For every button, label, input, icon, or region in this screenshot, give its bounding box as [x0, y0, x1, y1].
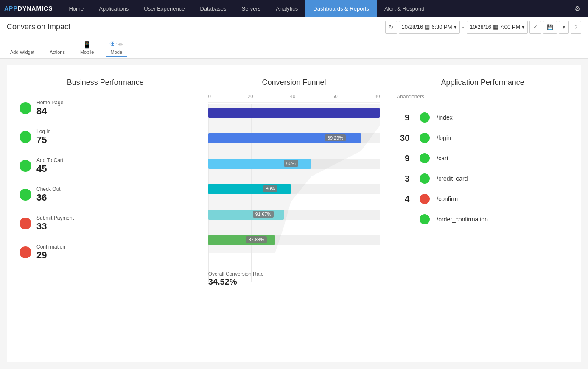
- dropdown-button[interactable]: ▾: [559, 21, 569, 34]
- abandoners-index: 9: [397, 113, 409, 123]
- abandoners-header-label: Abandoners: [397, 94, 424, 100]
- plus-icon: +: [20, 41, 24, 49]
- mode-label: Mode: [111, 50, 123, 55]
- start-date-text: 10/28/16: [402, 24, 423, 30]
- status-dot-green-cart: [20, 160, 31, 172]
- nav-user-experience[interactable]: User Experience: [136, 0, 192, 17]
- ap-name-credit: /credit_card: [437, 175, 468, 182]
- funnel-row-cart: 60%: [208, 159, 380, 169]
- bp-value-login: 75: [36, 134, 50, 145]
- ap-row-cart: 9 /cart: [397, 153, 568, 163]
- nav-servers[interactable]: Servers: [234, 0, 269, 17]
- start-time-text: 6:30 PM: [431, 24, 452, 30]
- bp-label-homepage: Home Page: [36, 100, 63, 106]
- ap-row-index: 9 /index: [397, 112, 568, 123]
- date-separator: -: [462, 24, 465, 31]
- time-dropdown-icon: ▾: [454, 24, 457, 30]
- actions-button[interactable]: ··· Actions: [46, 39, 68, 56]
- mobile-label: Mobile: [80, 50, 94, 55]
- ap-row-confirm: 4 /confirm: [397, 194, 568, 204]
- mode-button[interactable]: 👁 ✏ Mode: [106, 38, 127, 57]
- bar-checkout-bg: 80%: [208, 184, 380, 194]
- bp-info-cart: Add To Cart 45: [36, 157, 63, 174]
- abandoners-confirm: 4: [397, 194, 409, 204]
- status-dot-confirm: [420, 194, 430, 204]
- axis-40: 40: [290, 94, 295, 99]
- bp-label-checkout: Check Out: [36, 186, 61, 192]
- add-widget-button[interactable]: + Add Widget: [7, 39, 38, 56]
- bp-value-homepage: 84: [36, 106, 63, 117]
- nav-items: Home Applications User Experience Databa…: [61, 0, 571, 17]
- pct-badge-payment: 91.67%: [253, 211, 274, 218]
- nav-home[interactable]: Home: [61, 0, 91, 17]
- bp-value-checkout: 36: [36, 192, 61, 203]
- business-performance-title: Business Performance: [20, 78, 191, 87]
- status-dot-red-payment: [20, 218, 31, 229]
- bp-label-cart: Add To Cart: [36, 157, 63, 163]
- pct-badge-checkout: 80%: [263, 185, 277, 192]
- bar-login-bg: 89.29%: [208, 133, 380, 143]
- conversion-funnel-title: Conversion Funnel: [208, 78, 380, 87]
- nav-alert-respond[interactable]: Alert & Respond: [377, 0, 432, 17]
- settings-icon[interactable]: ⚙: [571, 2, 584, 15]
- gridline-100: [380, 104, 380, 282]
- ap-name-order: /order_confirmation: [437, 216, 488, 223]
- app-performance-title: Application Performance: [397, 78, 568, 87]
- bp-row-confirmation: Confirmation 29: [20, 244, 191, 261]
- status-dot-order: [420, 214, 430, 224]
- ap-name-index: /index: [437, 114, 452, 121]
- pct-badge-cart: 60%: [284, 160, 298, 167]
- header-controls: ↻ 10/28/16 ▦ 6:30 PM ▾ - 10/28/16 ▦ 7:00…: [385, 21, 581, 34]
- nav-dashboards-reports[interactable]: Dashboards & Reports: [305, 0, 377, 17]
- save-button[interactable]: 💾: [543, 21, 557, 34]
- bp-row-checkout: Check Out 36: [20, 186, 191, 203]
- bar-homepage: [208, 108, 380, 118]
- start-date[interactable]: 10/28/16 ▦ 6:30 PM ▾: [399, 21, 460, 34]
- ap-row-credit: 3 /credit_card: [397, 173, 568, 184]
- status-dot-index: [420, 112, 430, 123]
- axis-80: 80: [375, 94, 380, 99]
- bp-info-checkout: Check Out 36: [36, 186, 61, 203]
- logo-dynamics: DYNAMICS: [18, 5, 53, 12]
- bp-info-login: Log In 75: [36, 129, 50, 145]
- actions-icon: ···: [54, 41, 60, 49]
- ap-data-rows: 9 /index 30 /login 9 /cart 3 /credit_car…: [397, 112, 568, 224]
- application-performance-section: Application Performance Abandoners 9 /in…: [392, 74, 573, 354]
- top-navigation: APPDYNAMICS Home Applications User Exper…: [0, 0, 588, 17]
- bp-row-homepage: Home Page 84: [20, 100, 191, 117]
- bar-payment-bg: 91.67%: [208, 210, 380, 220]
- end-date[interactable]: 10/28/16 ▦ 7:00 PM ▾: [467, 21, 528, 34]
- business-performance-section: Business Performance Home Page 84 Log In…: [15, 74, 196, 354]
- time-dropdown-icon-end: ▾: [522, 24, 525, 30]
- ap-row-order-confirm: /order_confirmation: [397, 214, 568, 224]
- mode-icon: 👁 ✏: [109, 40, 123, 49]
- nav-analytics[interactable]: Analytics: [268, 0, 305, 17]
- bp-row-login: Log In 75: [20, 129, 191, 145]
- abandoners-cart: 9: [397, 154, 409, 163]
- nav-databases[interactable]: Databases: [192, 0, 234, 17]
- ap-name-cart: /cart: [437, 155, 448, 162]
- overall-rate-value: 34.52%: [208, 277, 264, 287]
- abandoners-credit: 3: [397, 174, 409, 184]
- help-button[interactable]: ?: [571, 21, 581, 34]
- mobile-icon: 📱: [83, 41, 91, 49]
- funnel-row-payment: 91.67%: [208, 210, 380, 220]
- add-widget-label: Add Widget: [10, 50, 34, 55]
- end-time-text: 7:00 PM: [500, 24, 520, 30]
- bar-cart-bg: 60%: [208, 159, 380, 169]
- mobile-button[interactable]: 📱 Mobile: [77, 39, 97, 56]
- status-dot-cart: [420, 153, 430, 163]
- nav-applications[interactable]: Applications: [91, 0, 136, 17]
- bp-info-payment: Submit Payment 33: [36, 215, 74, 232]
- status-dot-credit: [420, 173, 430, 184]
- status-dot-green: [20, 102, 31, 114]
- funnel-row-confirmation: 87.88%: [208, 235, 380, 245]
- funnel-axis: 0 20 40 60 80: [208, 94, 380, 103]
- funnel-row-login: 89.29%: [208, 133, 380, 143]
- checkmark-button[interactable]: ✓: [529, 21, 541, 34]
- axis-20: 20: [248, 94, 253, 99]
- bp-info-homepage: Home Page 84: [36, 100, 63, 117]
- funnel-row-checkout: 80%: [208, 184, 380, 194]
- funnel-footer: Overall Conversion Rate 34.52%: [208, 271, 264, 287]
- refresh-button[interactable]: ↻: [385, 21, 397, 34]
